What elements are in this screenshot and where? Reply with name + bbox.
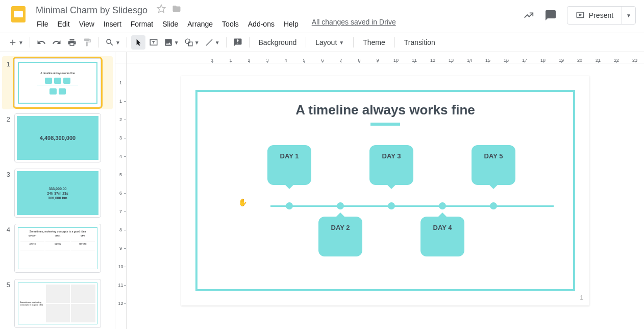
activity-icon[interactable]	[523, 10, 534, 21]
svg-rect-12	[237, 39, 238, 42]
filmstrip[interactable]: 1 A timeline always works fine 2 4,498,3…	[0, 52, 115, 329]
slide-thumb-1[interactable]: 1 A timeline always works fine	[2, 56, 113, 109]
star-icon[interactable]	[157, 4, 166, 15]
slide-frame	[195, 90, 575, 291]
menu-addons[interactable]: Add-ons	[244, 18, 279, 30]
timeline-box-day3[interactable]: DAY 3	[369, 145, 413, 185]
svg-rect-1	[14, 11, 23, 17]
app-header: Minimal Charm by Slidesgo File Edit View…	[0, 0, 644, 33]
svg-marker-4	[579, 14, 581, 16]
present-button[interactable]: Present	[567, 7, 622, 24]
transition-button[interactable]: Transition	[399, 35, 440, 50]
menu-insert[interactable]: Insert	[100, 18, 126, 30]
menu-help[interactable]: Help	[280, 18, 303, 30]
title-underline	[370, 123, 400, 126]
menu-tools[interactable]: Tools	[218, 18, 243, 30]
timeline-box-day2[interactable]: DAY 2	[318, 217, 362, 256]
menu-file[interactable]: File	[33, 18, 53, 30]
menu-slide[interactable]: Slide	[158, 18, 182, 30]
menu-format[interactable]: Format	[127, 18, 157, 30]
present-dropdown[interactable]: ▼	[622, 7, 635, 24]
svg-marker-2	[157, 5, 165, 13]
timeline-box-day5[interactable]: DAY 5	[472, 145, 515, 185]
svg-rect-9	[188, 42, 192, 46]
menu-arrange[interactable]: Arrange	[183, 18, 217, 30]
menu-edit[interactable]: Edit	[54, 18, 74, 30]
header-right: Present ▼	[523, 4, 636, 25]
line-tool[interactable]: ▼	[203, 35, 222, 50]
theme-button[interactable]: Theme	[358, 35, 390, 50]
zoom-button[interactable]: ▼	[103, 35, 122, 50]
present-label: Present	[589, 11, 613, 19]
paint-format-button[interactable]	[80, 35, 94, 50]
menubar: File Edit View Insert Format Slide Arran…	[33, 18, 523, 30]
comment-button[interactable]	[231, 35, 245, 50]
present-button-group: Present ▼	[567, 6, 636, 25]
svg-point-8	[185, 39, 190, 43]
folder-icon[interactable]	[172, 4, 181, 15]
layout-button[interactable]: Layout▼	[310, 35, 349, 50]
timeline-dot	[490, 202, 497, 209]
slide-title[interactable]: A timeline always works fine	[181, 102, 589, 118]
save-status[interactable]: All changes saved in Drive	[312, 18, 396, 30]
svg-line-10	[206, 39, 212, 45]
image-tool[interactable]: ▼	[162, 35, 181, 50]
canvas-scroll[interactable]: A timeline always works fine DAY 1 DAY 2…	[127, 63, 644, 329]
slide-thumb-3[interactable]: 3 333,000.00 24h 37m 23s 386,000 km	[2, 169, 113, 218]
menu-view[interactable]: View	[75, 18, 98, 30]
main-area: 1 A timeline always works fine 2 4,498,3…	[0, 52, 644, 329]
timeline-line	[270, 205, 554, 207]
timeline-dot	[286, 202, 293, 209]
slides-logo-icon[interactable]	[8, 4, 29, 25]
textbox-tool[interactable]	[146, 35, 161, 50]
slide-thumb-4[interactable]: 4 Sometimes, reviewing concepts is a goo…	[2, 224, 113, 273]
timeline-dot	[439, 202, 446, 209]
slide-thumb-2[interactable]: 2 4,498,300,000	[2, 113, 113, 162]
timeline-box-day1[interactable]: DAY 1	[267, 145, 311, 185]
print-button[interactable]	[65, 35, 79, 50]
shape-tool[interactable]: ▼	[182, 35, 202, 50]
redo-button[interactable]	[49, 35, 64, 50]
select-tool[interactable]	[131, 35, 145, 50]
title-area: Minimal Charm by Slidesgo File Edit View…	[33, 4, 523, 30]
slide-page-number: 1	[580, 294, 583, 301]
slide-canvas[interactable]: A timeline always works fine DAY 1 DAY 2…	[181, 76, 589, 306]
toolbar: ▼ ▼ ▼ ▼ ▼ Background Layout▼ Theme Trans…	[0, 33, 644, 52]
new-slide-button[interactable]: ▼	[6, 35, 26, 50]
ruler-horizontal[interactable]: 1123456789101112131415161718192021222324…	[127, 52, 644, 63]
canvas-area: 1123456789101112131415161718192021222324…	[115, 52, 644, 329]
timeline-box-day4[interactable]: DAY 4	[420, 217, 464, 256]
timeline-dot	[337, 202, 344, 209]
ruler-vertical[interactable]: 1123456789101112	[115, 63, 127, 329]
timeline-dot	[388, 202, 395, 209]
document-title[interactable]: Minimal Charm by Slidesgo	[33, 4, 151, 17]
slide-thumb-5[interactable]: 5 Sometimes, reviewing concepts is a goo…	[2, 279, 113, 328]
undo-button[interactable]	[34, 35, 48, 50]
timeline[interactable]: DAY 1 DAY 2 DAY 3 DAY 4 DAY 5	[270, 203, 554, 204]
background-button[interactable]: Background	[254, 35, 302, 50]
ruler-corner	[115, 52, 127, 63]
comments-icon[interactable]	[544, 9, 557, 21]
